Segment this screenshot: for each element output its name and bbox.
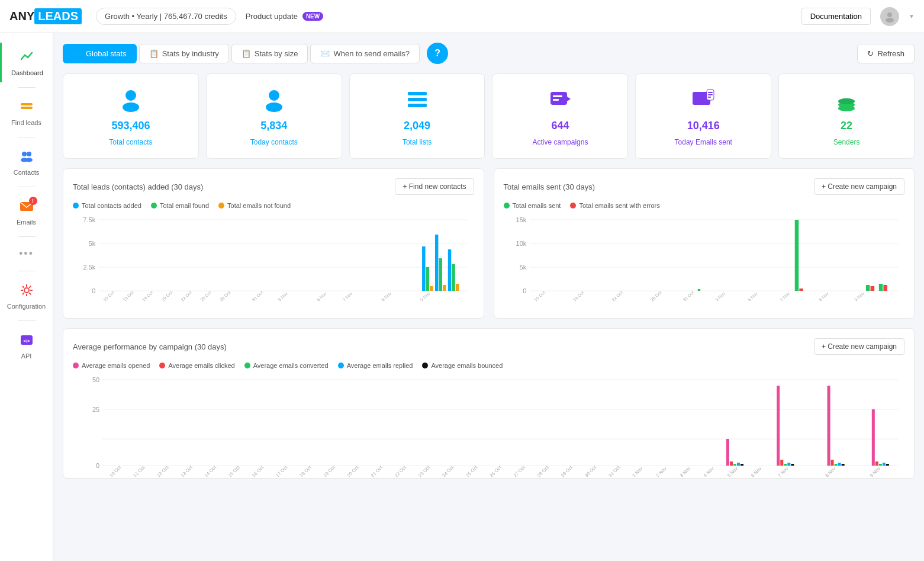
svg-text:7 Nov: 7 Nov [777, 466, 789, 478]
help-button[interactable]: ? [427, 43, 448, 64]
svg-rect-3 [21, 107, 33, 109]
legend-email-found: Total email found [151, 202, 209, 209]
industry-icon: 📋 [149, 49, 159, 58]
svg-point-7 [25, 158, 33, 162]
dot-avg-converted [244, 363, 250, 368]
total-contacts-value: 593,406 [111, 120, 150, 132]
svg-text:16 Oct: 16 Oct [251, 464, 265, 479]
header-right: Documentation ▼ [801, 7, 915, 26]
svg-rect-107 [838, 463, 841, 466]
create-campaign-button-2[interactable]: + Create new campaign [814, 338, 904, 355]
svg-text:10 Oct: 10 Oct [533, 290, 546, 303]
sidebar-item-more[interactable]: ••• [0, 242, 53, 266]
svg-rect-48 [456, 284, 459, 291]
svg-rect-43 [435, 235, 438, 291]
svg-rect-44 [439, 258, 442, 291]
tab-global-stats[interactable]: 🌐 Global stats [63, 44, 137, 63]
email-tab-icon: ✉️ [320, 49, 330, 58]
stats-cards: 593,406 Total contacts 5,834 Today conta… [63, 73, 915, 159]
sidebar-item-label-api: API [21, 352, 32, 360]
dot-avg-opened [73, 363, 79, 368]
today-emails-value: 10,416 [687, 120, 720, 132]
svg-rect-103 [791, 464, 794, 466]
svg-rect-106 [835, 464, 838, 466]
svg-text:15 Oct: 15 Oct [227, 464, 242, 479]
documentation-button[interactable]: Documentation [801, 8, 871, 25]
legend-avg-replied: Average emails replied [338, 362, 413, 369]
refresh-button[interactable]: ↻ Refresh [857, 44, 915, 63]
sidebar: Dashboard Find leads Contacts ! Emails [0, 33, 53, 488]
sidebar-item-emails[interactable]: ! Emails [0, 192, 53, 232]
tab-when-to-send[interactable]: ✉️ When to send emails? [310, 44, 420, 63]
svg-text:31 Oct: 31 Oct [251, 290, 265, 303]
svg-rect-16 [408, 92, 427, 95]
svg-text:10 Oct: 10 Oct [108, 464, 123, 479]
sidebar-item-find-leads[interactable]: Find leads [0, 92, 53, 132]
chart2-title: Total emails sent (30 days) [504, 182, 595, 191]
svg-text:5k: 5k [89, 241, 96, 247]
svg-rect-75 [878, 284, 883, 291]
svg-text:14 Oct: 14 Oct [204, 464, 218, 479]
svg-text:19 Oct: 19 Oct [160, 290, 174, 303]
tab-stats-by-industry[interactable]: 📋 Stats by industry [139, 44, 229, 63]
svg-rect-42 [430, 286, 433, 291]
chart2-area: 15k 10k 5k 0 10 Oct 16 Oct 22 [504, 214, 905, 309]
new-badge: NEW [302, 12, 323, 21]
svg-rect-45 [443, 285, 446, 291]
svg-text:22 Oct: 22 Oct [394, 464, 408, 479]
avatar[interactable] [880, 7, 899, 26]
svg-text:3 Nov: 3 Nov [714, 291, 726, 302]
chart1-area: 7.5k 5k 2.5k 0 [73, 214, 474, 309]
svg-text:11 Oct: 11 Oct [132, 464, 146, 479]
stat-card-total-lists: 2,049 Total lists [349, 73, 485, 159]
senders-value: 22 [841, 120, 852, 132]
svg-rect-47 [452, 264, 455, 291]
svg-text:13 Oct: 13 Oct [121, 290, 135, 303]
sidebar-item-configuration[interactable]: Configuration [0, 276, 53, 316]
sidebar-item-label-find-leads: Find leads [11, 119, 41, 126]
sidebar-item-dashboard[interactable]: Dashboard [0, 43, 53, 82]
svg-text:16 Oct: 16 Oct [572, 290, 585, 303]
charts-row: Total leads (contacts) added (30 days) +… [63, 168, 915, 319]
dot-contacts-added [73, 203, 79, 209]
tab-stats-by-size[interactable]: 📋 Stats by size [231, 44, 308, 63]
svg-rect-95 [730, 461, 733, 466]
svg-text:22 Oct: 22 Oct [610, 290, 624, 303]
svg-text:16 Oct: 16 Oct [141, 290, 154, 303]
legend-emails-errors: Total emails sent with errors [570, 202, 659, 209]
stat-card-senders: 22 Senders [778, 73, 915, 159]
svg-text:24 Oct: 24 Oct [441, 464, 455, 479]
chart2-legend: Total emails sent Total emails sent with… [504, 202, 905, 209]
svg-text:6 Nov: 6 Nov [315, 291, 328, 302]
svg-rect-104 [828, 386, 830, 466]
configuration-icon [18, 282, 35, 300]
svg-rect-72 [697, 289, 700, 291]
svg-point-5 [27, 152, 31, 156]
create-campaign-button-1[interactable]: + Create new campaign [814, 178, 904, 195]
chart3-area: 50 25 0 [73, 374, 904, 469]
product-update: Product update NEW [246, 12, 324, 21]
emails-icon: ! [18, 198, 35, 216]
find-new-contacts-button[interactable]: + Find new contacts [395, 178, 474, 195]
legend-avg-bounced: Average emails bounced [422, 362, 503, 369]
chart3-header: Average performance by campaign (30 days… [73, 338, 904, 355]
svg-text:20 Oct: 20 Oct [346, 464, 360, 479]
today-contacts-label: Today contacts [250, 138, 298, 146]
svg-text:3 Nov: 3 Nov [679, 466, 691, 478]
sidebar-item-api[interactable]: </> API [0, 326, 53, 366]
avatar-dropdown-icon[interactable]: ▼ [909, 13, 915, 20]
svg-text:28 Oct: 28 Oct [218, 290, 232, 303]
active-campaigns-value: 644 [551, 120, 569, 132]
svg-text:5k: 5k [519, 264, 526, 271]
svg-rect-105 [831, 460, 834, 466]
svg-text:8 Nov: 8 Nov [825, 466, 837, 478]
svg-text:31 Oct: 31 Oct [607, 464, 622, 479]
sidebar-item-contacts[interactable]: Contacts [0, 142, 53, 182]
chart1-title: Total leads (contacts) added (30 days) [73, 182, 203, 191]
logo-leads: LEADS [34, 8, 82, 24]
more-icon: ••• [19, 248, 34, 260]
svg-rect-108 [842, 464, 845, 466]
svg-rect-109 [872, 409, 875, 466]
svg-text:19 Oct: 19 Oct [323, 464, 337, 479]
svg-text:13 Oct: 13 Oct [180, 464, 194, 479]
